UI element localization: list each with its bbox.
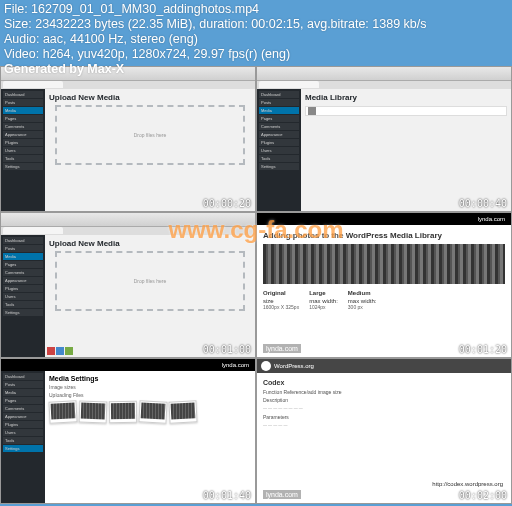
- sidebar-item-tools[interactable]: Tools: [3, 155, 43, 162]
- size-large: Large max width: 1024px: [309, 290, 338, 310]
- sidebar-item-dashboard[interactable]: Dashboard: [3, 91, 43, 98]
- sidebar-item-appearance[interactable]: Appearance: [3, 277, 43, 284]
- upload-dropzone[interactable]: Drop files here: [55, 105, 245, 165]
- uploaded-thumbs: [47, 347, 73, 355]
- polaroid-image: [48, 400, 77, 423]
- codex-header: WordPress.org: [257, 359, 511, 373]
- sidebar-item-comments[interactable]: Comments: [3, 269, 43, 276]
- sidebar-item-media[interactable]: Media: [3, 389, 43, 396]
- bicycle-image: [51, 402, 76, 419]
- media-list: [305, 106, 507, 116]
- sidebar-item-plugins[interactable]: Plugins: [3, 285, 43, 292]
- polaroid-image: [168, 400, 197, 423]
- sidebar-item-comments[interactable]: Comments: [3, 123, 43, 130]
- upload-dropzone[interactable]: Drop files here: [55, 251, 245, 311]
- header-bar: lynda.com: [257, 213, 511, 225]
- codex-function: Function Reference/add image size: [263, 389, 505, 395]
- size-label: Original: [263, 290, 299, 296]
- sidebar-item-settings[interactable]: Settings: [3, 309, 43, 316]
- media-thumb[interactable]: [47, 347, 55, 355]
- sidebar-item-pages[interactable]: Pages: [3, 261, 43, 268]
- size-dim: 300 px: [348, 304, 377, 310]
- bicycle-image: [171, 402, 196, 419]
- sidebar-item-users[interactable]: Users: [3, 293, 43, 300]
- wp-admin: Dashboard Posts Media Pages Comments App…: [257, 89, 511, 211]
- sidebar-item-comments[interactable]: Comments: [3, 405, 43, 412]
- sidebar-item-comments[interactable]: Comments: [259, 123, 299, 130]
- timestamp: 00:00:20: [203, 198, 251, 209]
- wp-admin: Dashboard Posts Media Pages Comments App…: [1, 371, 255, 503]
- sidebar-item-appearance[interactable]: Appearance: [3, 131, 43, 138]
- sidebar-item-pages[interactable]: Pages: [3, 115, 43, 122]
- sidebar-item-media[interactable]: Media: [259, 107, 299, 114]
- timestamp: 00:01:20: [459, 344, 507, 355]
- wp-admin: Dashboard Posts Media Pages Comments App…: [1, 89, 255, 211]
- polaroid-image: [109, 401, 137, 423]
- site-brand: WordPress.org: [274, 363, 314, 369]
- timestamp: 00:00:40: [459, 198, 507, 209]
- browser-tabs: [257, 81, 511, 89]
- browser-toolbar: [1, 213, 255, 227]
- sidebar-item-dashboard[interactable]: Dashboard: [259, 91, 299, 98]
- wp-main: Media Settings Image sizes Uploading Fil…: [45, 371, 255, 503]
- frame-6: WordPress.org Codex Function Reference/a…: [256, 358, 512, 504]
- sidebar-item-posts[interactable]: Posts: [3, 245, 43, 252]
- sidebar-item-dashboard[interactable]: Dashboard: [3, 237, 43, 244]
- sidebar-item-media[interactable]: Media: [3, 107, 43, 114]
- tab[interactable]: [3, 227, 63, 234]
- media-thumb[interactable]: [56, 347, 64, 355]
- size-original: Original size 1600px X 325px: [263, 290, 299, 310]
- sidebar-item-tools[interactable]: Tools: [259, 155, 299, 162]
- page-title: Media Library: [305, 93, 507, 102]
- sidebar-item-appearance[interactable]: Appearance: [3, 413, 43, 420]
- table-row[interactable]: [305, 106, 507, 116]
- timestamp: 00:01:00: [203, 344, 251, 355]
- sidebar-item-tools[interactable]: Tools: [3, 437, 43, 444]
- codex-body: Codex Function Reference/add image size …: [257, 373, 511, 433]
- page-title: Upload New Media: [49, 93, 251, 102]
- frame-2: Dashboard Posts Media Pages Comments App…: [256, 66, 512, 212]
- sidebar-item-users[interactable]: Users: [3, 429, 43, 436]
- frame-4: lynda.com Adding photos to the WordPress…: [256, 212, 512, 358]
- media-thumb: [308, 107, 316, 115]
- sidebar-item-plugins[interactable]: Plugins: [259, 139, 299, 146]
- sidebar-item-posts[interactable]: Posts: [3, 99, 43, 106]
- codex-text: — — — — — — — —: [263, 405, 505, 410]
- sidebar-item-settings[interactable]: Settings: [3, 163, 43, 170]
- sidebar-item-users[interactable]: Users: [259, 147, 299, 154]
- wp-sidebar: Dashboard Posts Media Pages Comments App…: [1, 371, 45, 503]
- size-dim: 1024px: [309, 304, 338, 310]
- size-label: Medium: [348, 290, 377, 296]
- sidebar-item-pages[interactable]: Pages: [259, 115, 299, 122]
- image-previews: [49, 401, 251, 423]
- sidebar-item-dashboard[interactable]: Dashboard: [3, 373, 43, 380]
- sidebar-item-plugins[interactable]: Plugins: [3, 139, 43, 146]
- codex-text: — — — — —: [263, 422, 505, 427]
- sidebar-item-tools[interactable]: Tools: [3, 301, 43, 308]
- tab[interactable]: [259, 81, 319, 88]
- bicycle-image: [81, 403, 106, 420]
- sidebar-item-pages[interactable]: Pages: [3, 397, 43, 404]
- sidebar-item-settings[interactable]: Settings: [3, 445, 43, 452]
- section-image-sizes: Image sizes: [49, 384, 251, 390]
- frame-5: lynda.com Dashboard Posts Media Pages Co…: [0, 358, 256, 504]
- sidebar-item-posts[interactable]: Posts: [259, 99, 299, 106]
- tab[interactable]: [3, 81, 63, 88]
- media-info-overlay: File: 162709_01_01_MM30_addinghotos.mp4 …: [4, 2, 427, 77]
- file-line: File: 162709_01_01_MM30_addinghotos.mp4: [4, 2, 427, 17]
- section-uploading: Uploading Files: [49, 392, 251, 398]
- wordpress-logo-icon: [261, 361, 271, 371]
- sidebar-item-media[interactable]: Media: [3, 253, 43, 260]
- sidebar-item-appearance[interactable]: Appearance: [259, 131, 299, 138]
- sidebar-item-users[interactable]: Users: [3, 147, 43, 154]
- sidebar-item-posts[interactable]: Posts: [3, 381, 43, 388]
- media-thumb[interactable]: [65, 347, 73, 355]
- lynda-watermark: lynda.com: [263, 490, 301, 499]
- sidebar-item-settings[interactable]: Settings: [259, 163, 299, 170]
- wp-sidebar: Dashboard Posts Media Pages Comments App…: [1, 89, 45, 211]
- dropzone-text: Drop files here: [134, 132, 167, 138]
- size-columns: Original size 1600px X 325px Large max w…: [263, 290, 505, 310]
- hero-image: [263, 244, 505, 284]
- sidebar-item-plugins[interactable]: Plugins: [3, 421, 43, 428]
- size-label: Large: [309, 290, 338, 296]
